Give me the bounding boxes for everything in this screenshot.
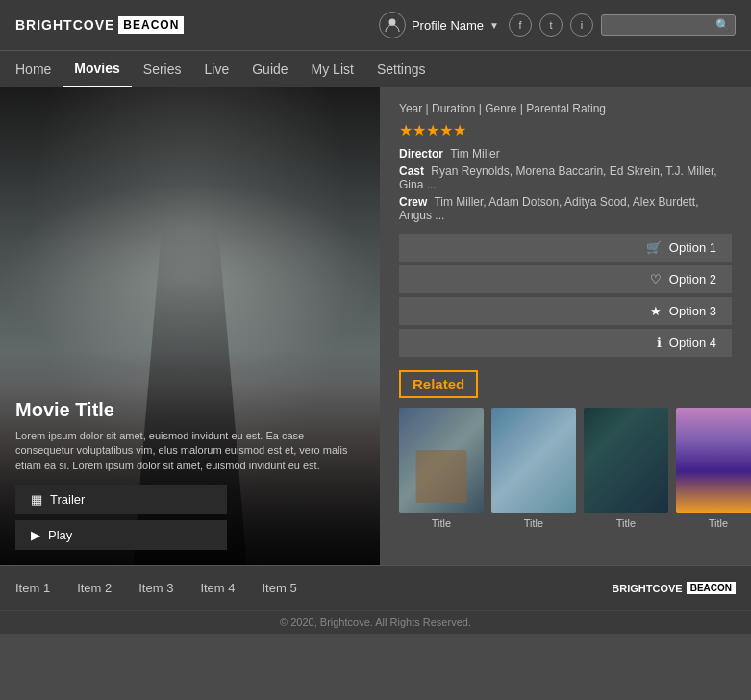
movie-poster: Movie Title Lorem ipsum dolor sit amet, …	[0, 87, 380, 565]
trailer-button[interactable]: ▦ Trailer	[15, 485, 227, 514]
footer-item-1[interactable]: Item 1	[15, 581, 50, 595]
action-icon-2: ♡	[650, 272, 662, 287]
footer-item-5[interactable]: Item 5	[263, 581, 297, 595]
related-thumb-2	[491, 408, 576, 513]
action-label-4: Option 4	[669, 336, 716, 350]
footer-logo-brightcove: BRIGHTCOVE	[612, 583, 682, 594]
footer-nav: Item 1 Item 2 Item 3 Item 4 Item 5 BRIGH…	[0, 565, 751, 610]
crew-label: Crew	[399, 195, 427, 209]
nav-item-settings[interactable]: Settings	[365, 51, 438, 88]
related-title-4: Title	[709, 517, 728, 529]
profile-icon	[379, 12, 406, 38]
action-icon-3: ★	[650, 304, 662, 318]
logo-beacon-text: BEACON	[118, 16, 184, 34]
related-title-3: Title	[616, 517, 636, 529]
header-right: Profile Name ▼ f t i 🔍	[379, 12, 736, 38]
action-label-2: Option 2	[669, 272, 716, 287]
play-label: Play	[48, 528, 72, 542]
related-thumb-4	[676, 408, 751, 513]
play-icon: ▶	[31, 528, 40, 542]
director-value: Tim Miller	[450, 147, 500, 161]
search-input[interactable]	[610, 18, 715, 32]
movie-info-overlay: Movie Title Lorem ipsum dolor sit amet, …	[0, 384, 380, 565]
logo-brightcove-text: BRIGHTCOVE	[15, 17, 114, 33]
trailer-label: Trailer	[50, 492, 85, 507]
footer-item-3[interactable]: Item 3	[138, 581, 173, 595]
search-bar[interactable]: 🔍	[601, 14, 736, 36]
social-icons: f t i	[509, 13, 593, 37]
nav-item-movies[interactable]: Movies	[63, 51, 131, 88]
dropdown-arrow-icon: ▼	[489, 20, 499, 31]
related-item-4[interactable]: Title	[676, 408, 751, 529]
main-content: Movie Title Lorem ipsum dolor sit amet, …	[0, 87, 751, 565]
copyright-text: © 2020, Brightcove. All Rights Reserved.	[280, 616, 471, 628]
social-search-bar: f t i 🔍	[509, 13, 736, 37]
nav-item-home[interactable]: Home	[15, 51, 63, 88]
action-icon-4: ℹ	[657, 336, 662, 350]
footer-item-4[interactable]: Item 4	[200, 581, 235, 595]
footer-logo-beacon: BEACON	[687, 582, 736, 594]
footer-item-2[interactable]: Item 2	[77, 581, 112, 595]
trailer-icon: ▦	[31, 492, 42, 507]
related-header[interactable]: Related	[399, 370, 478, 398]
instagram-icon[interactable]: i	[570, 13, 593, 37]
main-nav: Home Movies Series Live Guide My List Se…	[0, 50, 751, 87]
nav-item-series[interactable]: Series	[132, 51, 193, 88]
nav-item-mylist[interactable]: My List	[300, 51, 365, 88]
cast-label: Cast	[399, 164, 424, 178]
action-btn-4[interactable]: ℹ Option 4	[399, 329, 732, 357]
footer-logo: BRIGHTCOVE BEACON	[612, 582, 736, 594]
action-icon-1: 🛒	[646, 240, 662, 255]
related-thumb-3	[584, 408, 668, 513]
related-title-2: Title	[524, 517, 543, 529]
svg-point-0	[388, 19, 395, 26]
action-label-1: Option 1	[669, 240, 716, 255]
crew-value: Tim Miller, Adam Dotson, Aditya Sood, Al…	[399, 195, 698, 222]
profile-name: Profile Name	[412, 18, 484, 33]
action-label-3: Option 3	[669, 304, 716, 318]
nav-item-guide[interactable]: Guide	[240, 51, 299, 88]
related-item-2[interactable]: Title	[491, 408, 576, 529]
cast-value: Ryan Reynolds, Morena Baccarin, Ed Skrei…	[399, 164, 717, 191]
related-title-1: Title	[432, 517, 451, 529]
facebook-icon[interactable]: f	[509, 13, 532, 37]
play-button[interactable]: ▶ Play	[15, 520, 227, 550]
movie-description: Lorem ipsum dolor sit amet, euismod invi…	[15, 429, 364, 473]
action-btn-1[interactable]: 🛒 Option 1	[399, 234, 732, 262]
related-item-3[interactable]: Title	[584, 408, 668, 529]
logo[interactable]: BRIGHTCOVE BEACON	[15, 16, 184, 34]
meta-info: Year | Duration | Genre | Parental Ratin…	[399, 102, 732, 115]
movie-buttons: ▦ Trailer ▶ Play	[15, 485, 364, 550]
footer-copyright: © 2020, Brightcove. All Rights Reserved.	[0, 610, 751, 634]
movie-title: Movie Title	[15, 399, 364, 421]
director-row: Director Tim Miller	[399, 147, 732, 161]
profile-section[interactable]: Profile Name ▼	[379, 12, 499, 38]
right-panel: Year | Duration | Genre | Parental Ratin…	[380, 87, 751, 565]
search-icon[interactable]: 🔍	[715, 18, 730, 32]
related-thumb-1	[399, 408, 484, 513]
cast-row: Cast Ryan Reynolds, Morena Baccarin, Ed …	[399, 164, 732, 191]
action-btn-2[interactable]: ♡ Option 2	[399, 265, 732, 293]
related-item-1[interactable]: Title	[399, 408, 484, 529]
crew-row: Crew Tim Miller, Adam Dotson, Aditya Soo…	[399, 195, 732, 222]
related-grid: Title Title Title Title ›	[399, 408, 732, 529]
director-label: Director	[399, 147, 443, 161]
twitter-icon[interactable]: t	[539, 13, 563, 37]
action-buttons: 🛒 Option 1 ♡ Option 2 ★ Option 3 ℹ Optio…	[399, 234, 732, 357]
nav-item-live[interactable]: Live	[193, 51, 241, 88]
action-btn-3[interactable]: ★ Option 3	[399, 297, 732, 325]
related-section: Related Title Title Title Title	[399, 370, 732, 529]
header: BRIGHTCOVE BEACON Profile Name ▼ f t	[0, 0, 751, 50]
star-rating: ★★★★★	[399, 121, 732, 139]
